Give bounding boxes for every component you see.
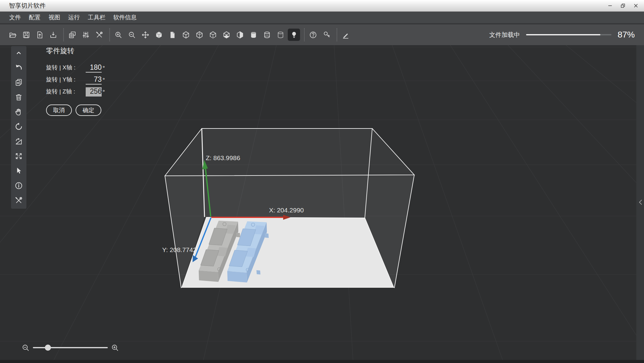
zoom-slider-knob[interactable] [45, 345, 51, 351]
repair-tools-button[interactable] [13, 195, 24, 206]
select-cursor-button[interactable] [13, 166, 24, 176]
zoom-out-icon[interactable] [21, 344, 30, 352]
menu-item-3[interactable]: 运行 [64, 12, 84, 23]
repair-tools-icon [14, 196, 23, 205]
sheet-button[interactable] [168, 28, 177, 41]
probe-key-icon [322, 31, 331, 39]
cube-wireframe-icon [182, 31, 190, 39]
cube-bottom-face-button[interactable] [222, 28, 231, 41]
menu-item-2[interactable]: 视图 [45, 12, 64, 23]
cube-hidden-edges-button[interactable] [195, 28, 204, 41]
build-plates-button[interactable] [68, 28, 77, 41]
menu-item-1[interactable]: 配置 [25, 12, 45, 23]
minimize-button[interactable] [605, 1, 615, 10]
toolbar-separator [337, 28, 337, 41]
loading-percent: 87% [618, 30, 635, 40]
rotation-label: 旋转 | Y轴 : [46, 76, 86, 85]
minimize-icon [607, 3, 613, 9]
toolbar-separator [63, 28, 64, 41]
rotation-label: 旋转 | Z轴 : [46, 88, 86, 97]
import-model-button[interactable] [35, 28, 44, 41]
cancel-button[interactable]: 取消 [46, 105, 72, 116]
cylinder-dotted-button[interactable] [276, 28, 285, 41]
info-button[interactable] [13, 180, 24, 191]
menu-item-0[interactable]: 文件 [5, 12, 25, 23]
probe-key-button[interactable] [322, 28, 331, 41]
title-bar: 智享切片软件 [0, 0, 644, 12]
rotate-ccw-icon [14, 122, 23, 131]
pan-hand-button[interactable] [13, 107, 24, 117]
rotation-rows: 旋转 | X轴 :180°旋转 | Y轴 :73°旋转 | Z轴 :256° [46, 61, 126, 97]
save-file-icon [22, 31, 30, 39]
delete-icon [14, 93, 23, 101]
pen-icon [342, 31, 350, 39]
menu-item-4[interactable]: 工具栏 [84, 12, 109, 23]
loading-progress-bar [526, 34, 611, 35]
fit-view-icon [14, 152, 23, 160]
panel-title: 零件旋转 [46, 46, 126, 56]
rotation-value-field[interactable]: 73 [86, 75, 102, 85]
close-button[interactable] [631, 1, 640, 10]
export-model-button[interactable] [49, 28, 58, 41]
light-bulb-icon [290, 31, 298, 39]
z-axis-label: Z: 863.9986 [206, 154, 240, 161]
open-file-button[interactable] [8, 28, 17, 41]
flip-mirror-button[interactable] [13, 136, 24, 147]
fit-view-button[interactable] [13, 151, 24, 161]
loading-label: 文件加载中 [489, 31, 520, 39]
toolbar: 文件加载中 87% [0, 24, 644, 45]
restore-icon [620, 3, 626, 9]
cube-solid-button[interactable] [154, 28, 163, 41]
undo-button[interactable] [13, 62, 24, 73]
toolbar-separator [304, 28, 305, 41]
cube-dashed-bottom-icon [209, 31, 217, 39]
degree-unit: ° [102, 89, 107, 97]
sheet-icon [168, 31, 177, 39]
zoom-slider-track[interactable] [33, 347, 108, 348]
cube-diagonal-split-button[interactable] [235, 28, 244, 41]
collapse-up-icon [14, 49, 23, 57]
menu-bar: 文件配置视图运行工具栏软件信息 [0, 12, 644, 24]
menu-item-5[interactable]: 软件信息 [109, 12, 141, 23]
cube-solid-icon [155, 31, 163, 39]
toolbar-separator [109, 28, 110, 41]
panel-buttons: 取消 确定 [46, 105, 126, 116]
cube-wireframe-button[interactable] [181, 28, 190, 41]
duplicate-button[interactable] [13, 77, 24, 88]
zoom-in-button[interactable] [114, 28, 123, 41]
file-loading-status: 文件加载中 87% [489, 30, 635, 40]
help-button[interactable] [308, 28, 318, 41]
parameter-sliders-icon [82, 31, 90, 39]
confirm-button[interactable]: 确定 [76, 105, 101, 116]
chevron-left-icon [638, 199, 642, 205]
rotation-value-field[interactable]: 180 [86, 63, 102, 73]
pen-button[interactable] [341, 28, 350, 41]
rotation-value-field[interactable]: 256 [86, 87, 102, 97]
tools-button[interactable] [95, 28, 104, 41]
cylinder-wireframe-icon [263, 31, 271, 39]
zoom-slider[interactable] [33, 345, 108, 351]
cylinder-solid-button[interactable] [249, 28, 258, 41]
delete-button[interactable] [13, 92, 24, 102]
cylinder-wireframe-button[interactable] [262, 28, 271, 41]
degree-unit: ° [102, 65, 107, 73]
restore-button[interactable] [618, 1, 627, 10]
zoom-in-icon[interactable] [111, 344, 119, 352]
light-bulb-button[interactable] [288, 29, 300, 41]
info-icon [14, 181, 23, 190]
parameter-sliders-button[interactable] [81, 28, 90, 41]
duplicate-icon [14, 78, 23, 87]
cylinder-dotted-icon [276, 31, 285, 39]
save-file-button[interactable] [21, 28, 31, 41]
rotate-ccw-button[interactable] [13, 121, 24, 132]
y-axis-label: Y: 208.7742 [162, 246, 197, 253]
right-panel-toggle-button[interactable] [638, 199, 643, 206]
degree-unit: ° [102, 77, 107, 85]
loading-progress-fill [526, 34, 600, 35]
cube-hidden-edges-icon [195, 31, 204, 39]
zoom-out-button[interactable] [127, 28, 136, 41]
cube-dashed-bottom-button[interactable] [208, 28, 217, 41]
bottom-strip [0, 360, 644, 363]
collapse-up-button[interactable] [13, 48, 24, 58]
move-button[interactable] [141, 28, 150, 41]
